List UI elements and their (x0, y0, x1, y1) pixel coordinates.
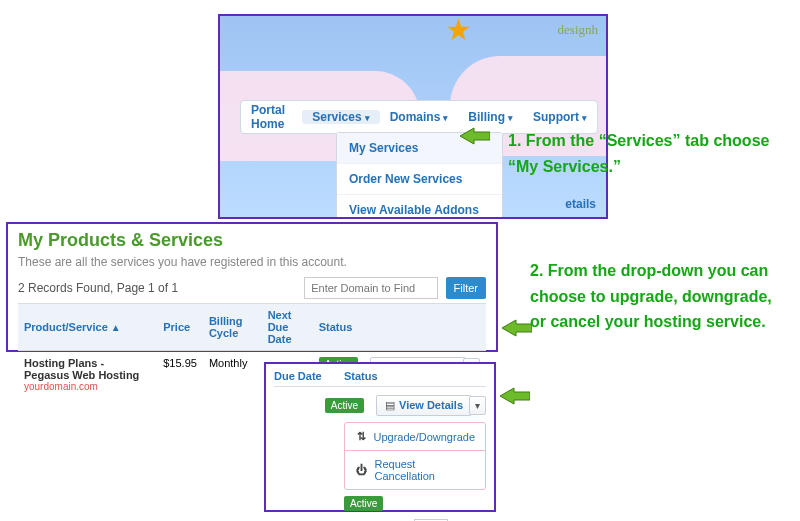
svg-marker-1 (502, 320, 532, 336)
star-icon: ★ (445, 14, 472, 47)
cancel-icon: ⏻ (355, 464, 368, 476)
nav-services[interactable]: Services▾ (302, 110, 379, 124)
dd-order-new-services[interactable]: Order New Services (337, 164, 502, 195)
nav-label: Billing (468, 110, 505, 124)
filter-button[interactable]: Filter (446, 277, 486, 299)
list-icon: ▤ (385, 399, 395, 411)
domain-search-input[interactable] (304, 277, 438, 299)
th-product[interactable]: Product/Service▲ (18, 304, 157, 351)
hdr-due-date: Due Date (274, 370, 344, 382)
dd-view-addons[interactable]: View Available Addons (337, 195, 502, 219)
nav-label: Portal Home (251, 103, 285, 131)
product-name: Hosting Plans - Pegasus Web Hosting (24, 357, 151, 381)
products-panel: My Products & Services These are all the… (6, 222, 498, 352)
th-label: Product/Service (24, 321, 108, 333)
action-label: Upgrade/Downgrade (373, 431, 475, 443)
actions-dropdown: ⇅Upgrade/Downgrade ⏻Request Cancellation (344, 422, 486, 490)
th-billing-cycle[interactable]: Billing Cycle (203, 304, 262, 351)
cell-price: $15.95 (157, 351, 203, 399)
view-details-button[interactable]: ▤View Details (376, 395, 472, 416)
svg-marker-0 (460, 128, 490, 144)
dropdown-detail-panel: Due Date Status Active ▤View Details▾ ⇅U… (264, 362, 496, 512)
detail-row: Active ▤View Details▾ (274, 395, 486, 416)
nav-portal-home[interactable]: Portal Home (241, 103, 302, 131)
action-label: Request Cancellation (374, 458, 475, 482)
action-upgrade-downgrade[interactable]: ⇅Upgrade/Downgrade (345, 423, 485, 451)
product-domain[interactable]: yourdomain.com (24, 381, 151, 392)
th-next-due[interactable]: Next Due Date (262, 304, 313, 351)
th-actions (364, 304, 486, 351)
arrow-icon (460, 126, 490, 146)
sort-icon: ▲ (111, 322, 121, 333)
caret-down-icon: ▾ (443, 113, 448, 123)
updown-icon: ⇅ (355, 430, 367, 443)
nav-billing[interactable]: Billing▾ (458, 110, 523, 124)
detail-headers: Due Date Status (274, 370, 486, 387)
caret-down-icon: ▾ (365, 113, 370, 123)
hdr-status: Status (344, 370, 378, 382)
page-title: My Products & Services (18, 230, 486, 251)
arrow-icon (500, 386, 530, 406)
arrow-icon (502, 318, 532, 338)
svg-marker-2 (500, 388, 530, 404)
detail-row: Active (274, 496, 486, 511)
brand-logo: designh (558, 22, 598, 38)
nav-domains[interactable]: Domains▾ (380, 110, 459, 124)
cell-product: Hosting Plans - Pegasus Web Hosting your… (18, 351, 157, 399)
details-link-fragment[interactable]: etails (565, 197, 596, 211)
nav-panel: ★ designh Portal Home Services▾ Domains▾… (218, 14, 608, 219)
annotation-1: 1. From the “Services” tab choose “My Se… (508, 128, 788, 179)
annotation-2: 2. From the drop-down you can choose to … (530, 258, 790, 335)
nav-label: Domains (390, 110, 441, 124)
caret-down-icon: ▾ (582, 113, 587, 123)
nav-label: Services (312, 110, 361, 124)
caret-down-icon: ▾ (508, 113, 513, 123)
btn-label: View Details (399, 399, 463, 411)
record-count: 2 Records Found, Page 1 of 1 (18, 281, 178, 295)
action-request-cancellation[interactable]: ⏻Request Cancellation (345, 451, 485, 489)
nav-support[interactable]: Support▾ (523, 110, 597, 124)
status-badge: Active (344, 496, 383, 511)
nav-label: Support (533, 110, 579, 124)
th-status[interactable]: Status (313, 304, 364, 351)
th-price[interactable]: Price (157, 304, 203, 351)
page-subtitle: These are all the services you have regi… (18, 255, 486, 269)
cell-cycle: Monthly (203, 351, 262, 399)
view-details-caret[interactable]: ▾ (469, 396, 486, 415)
table-header-row: Product/Service▲ Price Billing Cycle Nex… (18, 304, 486, 351)
status-badge: Active (325, 398, 364, 413)
